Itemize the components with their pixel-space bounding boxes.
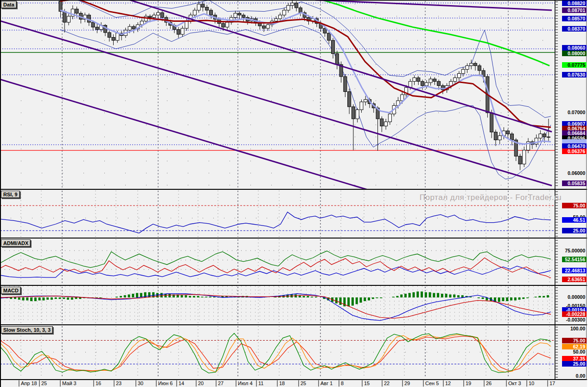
x-axis-date-label: 23 (116, 381, 121, 386)
adx-axis-value: 52.54156 (562, 257, 587, 262)
x-axis-date-label: Сен 5 (425, 381, 439, 386)
panel-label-button-stoch[interactable]: Slow Stoch, 10, 3, 3 (1, 326, 53, 334)
x-axis-date-label: 20 (198, 381, 204, 386)
macd-axis-value: -0.00300 (562, 317, 587, 322)
stoch-axis-value: 0.00 (562, 373, 587, 379)
rsi-axis-value: 46.51 (562, 217, 587, 223)
stoch-axis-value: 100.00 (562, 326, 587, 331)
x-axis-date-label: 12 (445, 381, 451, 386)
macd-axis-value: 0.00000 (562, 294, 587, 300)
x-axis-date-label: Май 3 (62, 381, 77, 386)
price-axis-value: 0.06376 (562, 148, 587, 154)
price-axis-value: 0.08000 (562, 51, 587, 56)
x-axis-date-label: 27 (218, 381, 224, 386)
x-axis-date-label: 8 (341, 381, 344, 386)
panel-label-button-rsi[interactable]: RSI, 9 (1, 191, 20, 198)
x-axis-date-label: 26 (486, 381, 492, 386)
price-axis-value: 0.06000 (562, 170, 587, 176)
x-axis-date-label: Апр 18 (21, 381, 37, 386)
x-axis-date-label: Авг 1 (320, 381, 332, 386)
fortrader-watermark: Портал для трейдеров - ForTrader.ru (420, 193, 562, 202)
adx-axis-value: 75.00000 (562, 248, 587, 253)
adx-axis-value: 2.63651 (562, 277, 587, 282)
price-axis-value: 0.08820 (562, 0, 587, 6)
x-axis-date-label: 15 (364, 381, 370, 386)
macd-axis-value: -0.00228 (562, 311, 587, 317)
panel-label-button-macd[interactable]: MACD (1, 287, 21, 294)
x-axis-date-label: 14 (179, 381, 184, 386)
x-axis-date-label: 30 (138, 381, 143, 386)
price-axis-value: 0.08570 (562, 16, 587, 21)
price-axis-value: 0.08370 (562, 26, 587, 32)
adx-axis-value: 22.46813 (562, 268, 587, 273)
price-axis-value: 0.08060 (562, 45, 587, 51)
x-axis-date-label: 17 (550, 381, 555, 386)
x-axis-date-label: 25 (41, 381, 47, 386)
x-axis-date-label: 11 (258, 381, 263, 386)
rsi-axis-value: 75.00 (562, 203, 587, 208)
price-axis-value: 0.07000 (562, 110, 587, 115)
panel-label-button-adx[interactable]: ADMI/ADX (1, 239, 31, 247)
panel-label-button-price[interactable]: Data (1, 1, 17, 8)
x-axis-date-label: Июл 4 (238, 381, 253, 386)
x-axis-date-label: 18 (279, 381, 285, 386)
x-axis-date-label: Окт 3 (508, 381, 521, 386)
trading-chart-window: Портал для трейдеров - ForTrader.ru Data… (0, 0, 588, 387)
rsi-axis-value: 25.00 (562, 228, 587, 233)
x-axis-date-label: 25 (300, 381, 306, 386)
x-axis-date-label: 29 (404, 381, 410, 386)
price-axis-value: 0.07630 (562, 72, 587, 77)
x-axis-date-label: 16 (96, 381, 101, 386)
x-axis-date-label: 10 (529, 381, 534, 386)
x-axis-date-label: Июн 6 (158, 381, 173, 386)
x-axis-date-label: 19 (466, 381, 471, 386)
stoch-axis-value: 75.00 (562, 338, 587, 343)
stoch-axis-value: 50.00 (562, 349, 587, 355)
price-axis-value: 0.07775 (562, 62, 587, 68)
price-axis-value: 0.05835 (562, 181, 587, 186)
price-axis-value: 0.08701 (562, 7, 587, 13)
x-axis-date-label: 22 (384, 381, 390, 386)
stoch-axis-value: 25.00 (562, 361, 587, 367)
